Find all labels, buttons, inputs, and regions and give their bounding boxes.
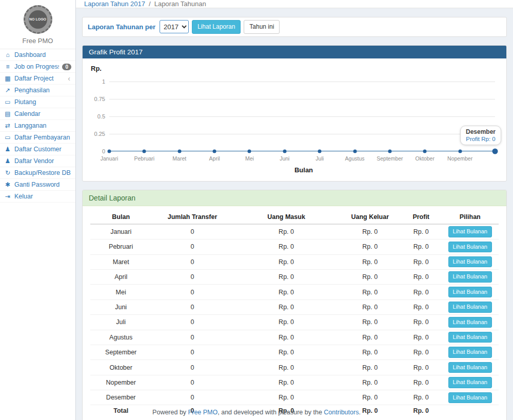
sidebar-item-daftar-project[interactable]: ▦ Daftar Project ‹ [0,73,75,85]
cell-action: Lihat Bulanan [442,375,499,390]
contributors-link[interactable]: Contributors [324,409,359,416]
chart-point[interactable] [177,149,181,153]
free-pmo-link[interactable]: Free PMO [188,409,218,416]
cell-uang-keluar: Rp. 0 [340,315,401,330]
cell-profit: Rp. 0 [401,345,442,359]
sidebar-item-label: Dashboard [14,51,71,58]
sidebar-item-backup-restore-db[interactable]: ↻ Backup/Restore DB [0,167,75,179]
sidebar-item-label: Daftar Vendor [14,157,71,165]
sidebar-item-label: Backup/Restore DB [14,169,71,176]
lihat-laporan-button[interactable]: Lihat Laporan [192,20,241,34]
cell-uang-masuk: Rp. 0 [233,254,340,269]
lihat-bulanan-button[interactable]: Lihat Bulanan [448,271,492,282]
cell-uang-keluar: Rp. 0 [340,330,401,345]
year-select[interactable]: 2017 [160,20,189,33]
sidebar-item-langganan[interactable]: ⇄ Langganan [0,120,75,132]
chart-point[interactable] [318,149,322,153]
profit-chart[interactable]: 10.750.50.250 Desember Profit Rp: 0 [109,82,495,151]
cell-profit: Rp. 0 [401,375,442,390]
sidebar-item-dashboard[interactable]: ⌂ Dashboard [0,49,75,61]
y-tick-label: 0.25 [94,131,109,137]
lihat-bulanan-button[interactable]: Lihat Bulanan [448,347,492,357]
cell-profit: Rp. 0 [401,239,442,254]
lihat-bulanan-button[interactable]: Lihat Bulanan [448,226,492,237]
sidebar-item-job-on-progress[interactable]: ≡ Job on Progress 0 [0,61,75,73]
detail-panel-title: Detail Laporan [83,190,506,206]
sidebar-item-keluar[interactable]: ⇥ Keluar [0,191,75,203]
y-axis-label: Rp. [91,65,498,72]
sidebar-item-label: Job on Progress [14,63,59,70]
cell-uang-keluar: Rp. 0 [340,390,401,405]
sidebar-item-daftar-customer[interactable]: ♟ Daftar Customer [0,144,75,155]
lihat-bulanan-button[interactable]: Lihat Bulanan [448,317,492,328]
chart-point[interactable] [108,149,111,153]
chart-point[interactable] [423,149,427,153]
chart-title: Grafik Profit 2017 [83,46,506,58]
content: Laporan Tahunan per 2017 Lihat Laporan T… [76,8,513,420]
sidebar-item-daftar-pembayaran[interactable]: ▭ Daftar Pembayaran [0,132,75,144]
retweet-icon: ⇄ [4,122,11,129]
cell-uang-keluar: Rp. 0 [340,254,401,269]
chart-point[interactable] [353,149,357,153]
lihat-bulanan-button[interactable]: Lihat Bulanan [448,302,492,312]
filter-label: Laporan Tahunan per [88,23,155,31]
cell-month: Juni [90,299,151,314]
lihat-bulanan-button[interactable]: Lihat Bulanan [448,392,492,403]
users-icon: ♟ [4,157,11,165]
sidebar-item-daftar-vendor[interactable]: ♟ Daftar Vendor [0,155,75,167]
footer-text: . [359,409,360,416]
cell-month: Juli [90,315,151,330]
chart-point[interactable] [388,149,391,153]
lihat-bulanan-button[interactable]: Lihat Bulanan [448,287,492,297]
sidebar: NO LOGO Free PMO ⌂ Dashboard ≡ Job on Pr… [0,0,76,420]
x-tick-label: April [209,155,220,162]
cell-profit: Rp. 0 [401,269,442,284]
chart-point[interactable] [143,149,146,153]
breadcrumb-link[interactable]: Laporan Tahun 2017 [84,0,145,8]
lihat-bulanan-button[interactable]: Lihat Bulanan [448,362,492,373]
cell-profit: Rp. 0 [401,390,442,405]
lihat-bulanan-button[interactable]: Lihat Bulanan [448,256,492,267]
cell-jumlah-transfer: 0 [151,360,233,375]
sidebar-item-label: Penghasilan [14,87,71,94]
x-tick-label: Oktober [416,155,435,162]
chart-point[interactable] [492,148,498,154]
cell-month: Nopember [90,375,151,390]
x-tick-label: Juli [315,155,324,162]
chart-point[interactable] [213,149,216,153]
chevron-left-icon: ‹ [68,75,71,82]
sidebar-item-ganti-password[interactable]: ✱ Ganti Password [0,179,75,191]
cell-profit: Rp. 0 [401,360,442,375]
count-badge: 0 [62,64,71,70]
x-tick-label: Agustus [345,155,365,162]
cell-uang-masuk: Rp. 0 [233,345,340,359]
page-footer: Powered by Free PMO, and developed with … [0,409,513,416]
filter-panel: Laporan Tahunan per 2017 Lihat Laporan T… [82,17,507,37]
cell-jumlah-transfer: 0 [151,375,233,390]
cell-action: Lihat Bulanan [442,254,499,269]
footer-text: Powered by [152,409,188,416]
sidebar-item-label: Ganti Password [14,181,71,188]
column-header: Uang Keluar [340,210,401,224]
chart-point[interactable] [458,149,462,153]
lihat-bulanan-button[interactable]: Lihat Bulanan [448,332,492,343]
table-row: Juni 0 Rp. 0 Rp. 0 Rp. 0 Lihat Bulanan [90,299,499,314]
tahun-ini-button[interactable]: Tahun ini [244,20,280,34]
cell-action: Lihat Bulanan [442,390,499,405]
payment-icon: ▭ [4,134,11,141]
lihat-bulanan-button[interactable]: Lihat Bulanan [448,242,492,252]
x-tick-label: Nopember [447,155,472,162]
y-tick-label: 0.5 [97,113,109,119]
detail-laporan-panel: Detail Laporan Bulan Jumlah Transfer [82,190,507,420]
x-tick-label: September [377,155,403,162]
chart-point[interactable] [283,149,286,153]
table-row: Mei 0 Rp. 0 Rp. 0 Rp. 0 Lihat Bulanan [90,285,499,299]
breadcrumb: Laporan Tahun 2017 / Laporan Tahunan [76,0,513,8]
sidebar-item-piutang[interactable]: ▭ Piutang [0,96,75,108]
cell-profit: Rp. 0 [401,330,442,345]
chart-point[interactable] [248,149,251,153]
sidebar-item-calendar[interactable]: ▤ Calendar [0,108,75,120]
sidebar-item-penghasilan[interactable]: ↗ Penghasilan [0,85,75,96]
users-icon: ♟ [4,146,11,153]
lihat-bulanan-button[interactable]: Lihat Bulanan [448,377,492,388]
